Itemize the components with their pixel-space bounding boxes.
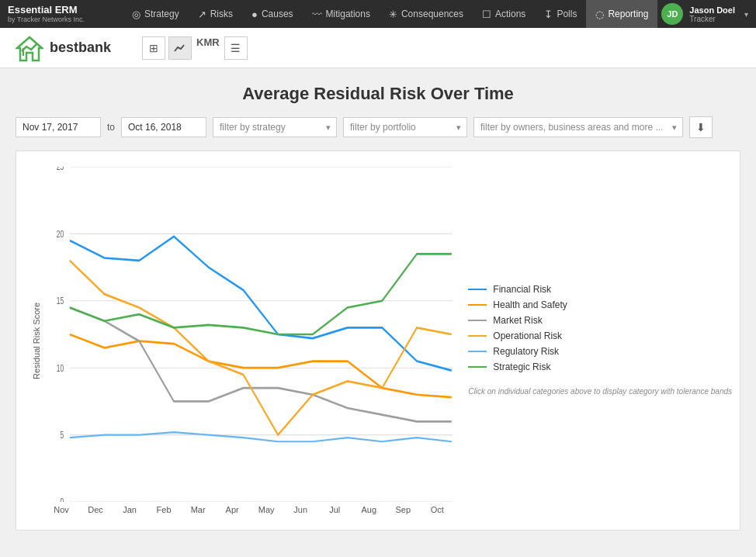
x-label-sep: Sep (387, 505, 418, 514)
chart-svg: 25 20 15 10 5 0 (46, 167, 453, 502)
toolbar: bestbank ⊞ KMR ☰ (0, 28, 756, 68)
svg-text:20: 20 (57, 229, 64, 239)
nav-mitigations[interactable]: 〰 Mitigations (303, 0, 380, 28)
svg-text:5: 5 (60, 431, 64, 441)
actions-icon: ☐ (482, 9, 491, 20)
polls-icon: ↧ (544, 9, 553, 20)
page-title: Average Residual Risk Over Time (16, 84, 740, 104)
chart-container: Residual Risk Score 25 20 (16, 150, 740, 531)
x-axis-labels: Nov Dec Jan Feb Mar Apr May Jun Jul Aug … (46, 502, 453, 514)
nav-strategy-label: Strategy (144, 9, 179, 19)
mitigations-icon: 〰 (312, 9, 322, 20)
more-filter-wrapper: filter by owners, business areas and mor… (473, 117, 683, 137)
legend-financial-risk-line (468, 289, 487, 290)
nav-mitigations-label: Mitigations (326, 9, 370, 19)
user-info: Jason Doel Tracker (689, 5, 735, 23)
legend-operational-risk-line (468, 335, 487, 337)
legend-market-risk-line (468, 320, 487, 321)
legend-financial-risk[interactable]: Financial Risk (468, 284, 732, 295)
legend-operational-risk-label: Operational Risk (493, 330, 562, 341)
user-org: Tracker (689, 15, 735, 23)
legend-health-safety-line (468, 304, 487, 306)
view-grid-button[interactable]: ⊞ (142, 36, 165, 60)
chart-area: 25 20 15 10 5 0 (46, 167, 453, 514)
svg-text:25: 25 (57, 167, 64, 172)
nav-polls[interactable]: ↧ Polls (535, 0, 586, 28)
legend-operational-risk[interactable]: Operational Risk (468, 330, 732, 341)
view-line-button[interactable] (168, 36, 192, 60)
nav-polls-label: Polls (557, 9, 577, 19)
legend-regulatory-risk[interactable]: Regulatory Risk (468, 346, 732, 357)
x-label-nov: Nov (46, 505, 77, 514)
user-dropdown-arrow[interactable]: ▾ (744, 10, 748, 19)
company-name: bestbank (50, 40, 111, 56)
view-toggle-group: ⊞ KMR ☰ (142, 36, 248, 60)
nav-causes-label: Causes (262, 9, 293, 19)
brand-name: Essential ERM (8, 4, 109, 16)
consequences-icon: ✳ (389, 9, 397, 20)
legend-market-risk-label: Market Risk (493, 315, 542, 326)
nav-risks[interactable]: ↗ Risks (189, 0, 242, 28)
portfolio-filter[interactable]: filter by portfolio (343, 117, 467, 137)
nav-consequences-label: Consequences (401, 9, 463, 19)
brand-sub: by Tracker Networks Inc. (8, 16, 109, 24)
nav-risks-label: Risks (210, 9, 233, 19)
nav-reporting[interactable]: ◌ Reporting (586, 0, 657, 28)
user-name: Jason Doel (689, 5, 735, 15)
download-button[interactable]: ⬇ (689, 116, 713, 138)
legend-regulatory-risk-line (468, 351, 487, 352)
legend-health-safety[interactable]: Health and Safety (468, 299, 732, 310)
nav-reporting-label: Reporting (608, 9, 648, 19)
main-content: Average Residual Risk Over Time to filte… (0, 68, 756, 546)
x-label-jun: Jun (285, 505, 316, 514)
legend-regulatory-risk-label: Regulatory Risk (493, 346, 559, 357)
svg-text:15: 15 (57, 296, 64, 306)
top-navigation: Essential ERM by Tracker Networks Inc. ◎… (0, 0, 756, 28)
strategy-filter-wrapper: filter by strategy (213, 117, 337, 137)
legend-strategic-risk-label: Strategic Risk (493, 362, 550, 372)
x-label-oct: Oct (421, 505, 453, 514)
more-filter[interactable]: filter by owners, business areas and mor… (473, 117, 683, 137)
user-initials: JD (667, 9, 678, 19)
nav-causes[interactable]: ● Causes (242, 0, 303, 28)
legend-strategic-risk[interactable]: Strategic Risk (468, 362, 732, 372)
reporting-icon: ◌ (595, 9, 604, 20)
nav-consequences[interactable]: ✳ Consequences (380, 0, 473, 28)
company-logo: bestbank (16, 34, 111, 62)
date-separator: to (107, 122, 115, 133)
view-list-button[interactable]: ☰ (224, 36, 248, 60)
x-label-dec: Dec (80, 505, 111, 514)
x-label-aug: Aug (353, 505, 384, 514)
line-chart-icon (174, 42, 186, 54)
nav-actions[interactable]: ☐ Actions (473, 0, 535, 28)
svg-text:10: 10 (57, 363, 64, 373)
strategy-icon: ◎ (132, 9, 140, 20)
risks-icon: ↗ (198, 9, 206, 20)
nav-actions-label: Actions (495, 9, 525, 19)
legend-strategic-risk-line (468, 366, 487, 368)
chart-legend: Financial Risk Health and Safety Market … (453, 167, 732, 514)
logo-icon (16, 34, 43, 62)
svg-text:0: 0 (60, 497, 64, 502)
brand-logo: Essential ERM by Tracker Networks Inc. (8, 4, 109, 24)
strategy-filter[interactable]: filter by strategy (213, 117, 337, 137)
causes-icon: ● (251, 9, 258, 20)
nav-items: ◎ Strategy ↗ Risks ● Causes 〰 Mitigation… (123, 0, 661, 28)
filters-bar: to filter by strategy filter by portfoli… (16, 116, 740, 138)
x-label-mar: Mar (182, 505, 213, 514)
kmr-label: KMR (196, 36, 220, 60)
avatar: JD (661, 3, 683, 25)
date-to-input[interactable] (121, 117, 206, 137)
x-label-may: May (251, 505, 282, 514)
legend-hint: Click on individual categories above to … (468, 386, 732, 397)
x-label-jan: Jan (114, 505, 145, 514)
portfolio-filter-wrapper: filter by portfolio (343, 117, 467, 137)
nav-strategy[interactable]: ◎ Strategy (123, 0, 189, 28)
chart-inner: Residual Risk Score 25 20 (32, 167, 732, 514)
x-label-jul: Jul (319, 505, 350, 514)
legend-market-risk[interactable]: Market Risk (468, 315, 732, 326)
date-from-input[interactable] (16, 117, 101, 137)
chart-svg-wrapper: 25 20 15 10 5 0 (46, 167, 453, 502)
y-axis-label: Residual Risk Score (32, 167, 41, 514)
legend-health-safety-label: Health and Safety (493, 299, 567, 310)
